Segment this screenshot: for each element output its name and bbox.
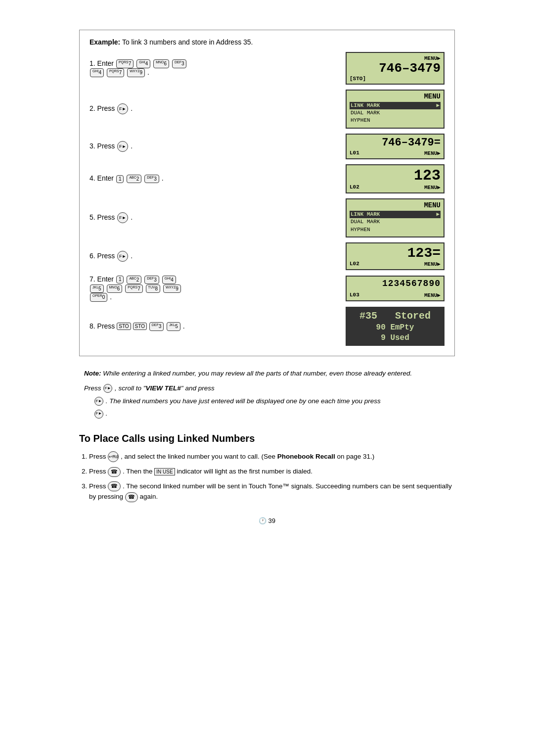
lcd-5-menutop: MENU bbox=[350, 201, 441, 209]
lcd-5-selected: LINK MARK▶ bbox=[350, 211, 441, 218]
key-3def2: DEF3 bbox=[144, 175, 159, 183]
place-calls-item-2: Press ☎ . Then the IN USE indicator will… bbox=[89, 466, 455, 477]
lcd-3-left: L01 bbox=[350, 150, 359, 156]
lcd-7-bottom: L03 MENU▶ bbox=[350, 292, 441, 298]
lcd-2: MENU LINK MARK▶ DUAL MARK HYPHEN bbox=[346, 90, 445, 129]
example-label: Example: To link 3 numbers and store in … bbox=[89, 38, 445, 46]
step-4-screen: 123 L02 MENU▶ bbox=[346, 164, 445, 193]
step-4-text: 4. Enter 1 ABC2 DEF3 . bbox=[89, 174, 336, 183]
lcd-5-menulist: LINK MARK▶ DUAL MARK HYPHEN bbox=[350, 210, 441, 235]
step-7-text: 7. Enter 1 ABC2 DEF3 GHI4 JKL5 MNO6 PQRS… bbox=[89, 275, 336, 302]
key-6mno: MNO6 bbox=[153, 59, 169, 68]
step-1-text: 1. Enter PQRS7 GHI4 MNO6 DEF3 GHI4 PQRS7… bbox=[89, 59, 336, 77]
fn-button-6: F► bbox=[117, 251, 128, 262]
lcd-3-main: 746–3479= bbox=[350, 137, 441, 149]
lcd-1: MENU▶ 746–3479 [STO] bbox=[346, 52, 445, 85]
key-7pqrs2: PQRS7 bbox=[107, 68, 124, 77]
lcd-1-left: [STO] bbox=[350, 76, 366, 82]
redial-btn: ↩Rd bbox=[108, 451, 119, 462]
key-0oper: OPER0 bbox=[90, 293, 107, 301]
fn-button-2: F► bbox=[117, 103, 128, 114]
note-para-1: Note: While entering a linked number, yo… bbox=[84, 368, 455, 379]
note-label: Note: bbox=[84, 370, 101, 377]
lcd-7-right: MENU▶ bbox=[424, 292, 441, 298]
lcd-3-right: MENU▶ bbox=[424, 150, 441, 156]
lcd-1-main: 746–3479 bbox=[350, 61, 441, 76]
key-1: 1 bbox=[116, 175, 124, 183]
step-2-screen: MENU LINK MARK▶ DUAL MARK HYPHEN bbox=[346, 90, 445, 129]
key-4ghi-b: GHI4 bbox=[162, 276, 176, 284]
lcd-2-item3: HYPHEN bbox=[350, 117, 441, 124]
key-9wxyz: WXYZ9 bbox=[127, 68, 145, 77]
note-scroll: , scroll to "VIEW TEL#" and press bbox=[115, 384, 215, 392]
key-7pqrs-b: PQRS7 bbox=[125, 284, 142, 293]
section-title: To Place Calls using Linked Numbers bbox=[79, 433, 455, 444]
key-7pqrs: PQRS7 bbox=[116, 59, 134, 68]
page-number-text: 🕐 39 bbox=[259, 517, 275, 524]
key-8tuv: TUV8 bbox=[146, 284, 161, 293]
key-6mno-b: MNO6 bbox=[107, 284, 123, 293]
lcd-stored-line2: 90 EmPty bbox=[350, 323, 441, 333]
key-3def-c: DEF3 bbox=[149, 322, 164, 331]
step-1-screen: MENU▶ 746–3479 [STO] bbox=[346, 52, 445, 85]
note-section: Note: While entering a linked number, yo… bbox=[79, 368, 455, 419]
step-5-screen: MENU LINK MARK▶ DUAL MARK HYPHEN bbox=[346, 198, 445, 237]
step-row-5: 5. Press F► . MENU LINK MARK▶ DUAL MARK … bbox=[89, 198, 445, 237]
page-number: 🕐 39 bbox=[79, 517, 455, 524]
place-calls-item-3: Press ☎ . The second linked number will … bbox=[89, 481, 455, 502]
call-btn-4: ☎ bbox=[125, 492, 138, 502]
lcd-2-selected: LINK MARK▶ bbox=[350, 102, 441, 109]
key-5jkl-c: JKL5 bbox=[167, 322, 180, 331]
step-3-text: 3. Press F► . bbox=[89, 141, 336, 152]
key-2abc-b: ABC2 bbox=[127, 276, 141, 284]
note-para-4: F► . bbox=[84, 408, 455, 419]
key-9wxyz-b: WXYZ9 bbox=[163, 284, 181, 293]
page-content: Example: To link 3 numbers and store in … bbox=[79, 30, 455, 726]
lcd-4-main: 123 bbox=[350, 167, 441, 184]
steps-grid: 1. Enter PQRS7 GHI4 MNO6 DEF3 GHI4 PQRS7… bbox=[89, 52, 445, 346]
lcd-4: 123 L02 MENU▶ bbox=[346, 164, 445, 193]
lcd-4-right: MENU▶ bbox=[424, 184, 441, 190]
sto-btn-1: STO bbox=[117, 323, 131, 330]
lcd-6: 123= L02 MENU▶ bbox=[346, 242, 445, 270]
fn-btn-note-3: F► bbox=[94, 410, 103, 419]
lcd-2-menutop: MENU bbox=[350, 93, 441, 100]
lcd-7-main: 1234567890 bbox=[350, 279, 441, 288]
step-row-2: 2. Press F► . MENU LINK MARK▶ DUAL MARK … bbox=[89, 90, 445, 129]
step-7-screen: 1234567890 L03 MENU▶ bbox=[346, 276, 445, 301]
note-press-1: Press bbox=[84, 384, 103, 392]
step-row-1: 1. Enter PQRS7 GHI4 MNO6 DEF3 GHI4 PQRS7… bbox=[89, 52, 445, 85]
key-2abc: ABC2 bbox=[127, 175, 141, 183]
fn-button-5: F► bbox=[117, 212, 128, 223]
step-row-4: 4. Enter 1 ABC2 DEF3 . 123 L02 MENU▶ bbox=[89, 164, 445, 193]
lcd-8-stored: #35 Stored 90 EmPty 9 Used bbox=[346, 307, 445, 346]
step-5-text: 5. Press F► . bbox=[89, 212, 336, 223]
note-text-1: While entering a linked number, you may … bbox=[103, 370, 412, 377]
lcd-2-item2: DUAL MARK bbox=[350, 109, 441, 117]
key-4ghi2: GHI4 bbox=[90, 68, 104, 77]
lcd-6-right: MENU▶ bbox=[424, 261, 441, 267]
lcd-stored-line3: 9 Used bbox=[350, 333, 441, 343]
step-6-text: 6. Press F► . bbox=[89, 251, 336, 262]
step-2-text: 2. Press F► . bbox=[89, 103, 336, 114]
fn-btn-note-2: F► bbox=[94, 397, 103, 406]
example-box: Example: To link 3 numbers and store in … bbox=[79, 30, 455, 356]
fn-btn-note-1: F► bbox=[103, 384, 112, 393]
lcd-7: 1234567890 L03 MENU▶ bbox=[346, 276, 445, 301]
key-3def-b: DEF3 bbox=[144, 276, 159, 284]
call-btn-3: ☎ bbox=[108, 481, 121, 491]
place-calls-list: Press ↩Rd , and select the linked number… bbox=[79, 451, 455, 502]
note-text-4: . bbox=[106, 410, 108, 417]
step-8-screen: #35 Stored 90 EmPty 9 Used bbox=[346, 307, 445, 346]
lcd-7-left: L03 bbox=[350, 292, 359, 298]
sto-btn-2: STO bbox=[133, 323, 147, 330]
step-row-7: 7. Enter 1 ABC2 DEF3 GHI4 JKL5 MNO6 PQRS… bbox=[89, 275, 445, 302]
step-row-6: 6. Press F► . 123= L02 MENU▶ bbox=[89, 242, 445, 270]
key-1b: 1 bbox=[116, 276, 124, 284]
lcd-4-bottom: L02 MENU▶ bbox=[350, 184, 441, 190]
note-para-3: F► . The linked numbers you have just en… bbox=[84, 396, 455, 407]
lcd-6-left: L02 bbox=[350, 261, 359, 267]
step-row-8: 8. Press STO STO DEF3 JKL5 . #35 Stored … bbox=[89, 307, 445, 346]
place-calls-section: To Place Calls using Linked Numbers Pres… bbox=[79, 433, 455, 502]
step-6-screen: 123= L02 MENU▶ bbox=[346, 242, 445, 270]
